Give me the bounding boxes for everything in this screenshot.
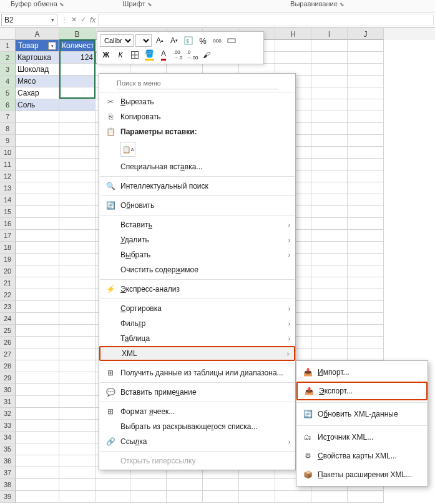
cell[interactable]: [348, 123, 384, 135]
cell[interactable]: [16, 147, 59, 159]
cell[interactable]: [16, 348, 59, 360]
refresh-item[interactable]: 🔄Обновить: [99, 198, 295, 213]
cell[interactable]: [311, 301, 348, 313]
cell[interactable]: [348, 159, 384, 170]
row-header[interactable]: 5: [0, 87, 16, 99]
cell[interactable]: [16, 360, 59, 372]
cell[interactable]: [16, 218, 59, 230]
filter-icon[interactable]: ▾: [48, 42, 56, 50]
name-box[interactable]: B2 ▾: [1, 14, 57, 26]
cell[interactable]: [16, 182, 59, 194]
smart-lookup-item[interactable]: 🔍Интеллектуальный поиск: [99, 179, 295, 194]
cell[interactable]: [59, 491, 95, 503]
pick-from-list-item[interactable]: Выбрать из раскрывающегося списка...: [99, 419, 295, 434]
cell[interactable]: [203, 491, 239, 503]
cell[interactable]: [348, 348, 384, 360]
cell[interactable]: [311, 159, 348, 170]
menu-search[interactable]: [117, 77, 278, 89]
cell[interactable]: [348, 230, 384, 242]
cell[interactable]: [311, 147, 348, 159]
font-size-select[interactable]: 11: [135, 34, 152, 47]
cell[interactable]: 124: [59, 52, 95, 64]
cell[interactable]: [16, 111, 59, 123]
format-painter-icon[interactable]: 🖌: [200, 49, 213, 61]
insert-item[interactable]: Вставить›: [99, 217, 295, 232]
row-header[interactable]: 38: [0, 479, 16, 491]
row-header[interactable]: 17: [0, 230, 16, 242]
cell[interactable]: [59, 135, 95, 147]
cell[interactable]: [311, 123, 348, 135]
cell[interactable]: [348, 182, 384, 194]
cell[interactable]: [311, 206, 348, 218]
xml-refresh-item[interactable]: 🔄Обновить XML-данные: [296, 405, 428, 423]
xml-map-properties-item[interactable]: ⚙Свойства карты XML...: [296, 447, 428, 465]
cell[interactable]: [311, 194, 348, 206]
xml-export-item[interactable]: 📤Экспорт...: [296, 382, 428, 400]
cell[interactable]: [348, 337, 384, 348]
cell[interactable]: [311, 135, 348, 147]
cell[interactable]: [167, 479, 203, 491]
cancel-icon[interactable]: ✕: [71, 16, 77, 24]
fill-color-icon[interactable]: 🪣: [143, 49, 155, 61]
cell[interactable]: Сахар: [16, 87, 59, 99]
cell[interactable]: [239, 491, 275, 503]
row-header[interactable]: 22: [0, 289, 16, 301]
row-header[interactable]: 4: [0, 76, 16, 87]
row-header[interactable]: 16: [0, 218, 16, 230]
col-header-h[interactable]: H: [275, 28, 311, 40]
row-header[interactable]: 33: [0, 420, 16, 432]
row-header[interactable]: 31: [0, 396, 16, 408]
cell[interactable]: [59, 194, 95, 206]
cell[interactable]: [311, 170, 348, 182]
cell[interactable]: [16, 455, 59, 467]
cell[interactable]: [16, 325, 59, 337]
increase-font-icon[interactable]: A▴: [154, 34, 166, 47]
cell[interactable]: [95, 491, 130, 503]
table-header-cell[interactable]: Количест▾: [59, 40, 95, 52]
cell[interactable]: [59, 242, 95, 254]
select-all-corner[interactable]: [0, 28, 16, 40]
cell[interactable]: [16, 194, 59, 206]
cell[interactable]: [311, 277, 348, 289]
cell[interactable]: [311, 230, 348, 242]
row-header[interactable]: 24: [0, 313, 16, 325]
cell[interactable]: [59, 420, 95, 432]
paste-default-icon[interactable]: 📋A: [120, 142, 135, 157]
row-header[interactable]: 13: [0, 182, 16, 194]
cell[interactable]: [348, 206, 384, 218]
cell[interactable]: [59, 479, 95, 491]
cell[interactable]: [311, 313, 348, 325]
cell[interactable]: [348, 325, 384, 337]
cell[interactable]: [16, 254, 59, 265]
borders-icon[interactable]: [129, 49, 141, 61]
cell[interactable]: [16, 479, 59, 491]
sort-item[interactable]: Сортировка›: [99, 301, 295, 316]
cell[interactable]: [16, 242, 59, 254]
italic-button[interactable]: К: [114, 49, 127, 61]
cell[interactable]: [311, 254, 348, 265]
cell[interactable]: [59, 360, 95, 372]
cell[interactable]: [59, 301, 95, 313]
decrease-font-icon[interactable]: A▾: [168, 34, 180, 47]
cell[interactable]: [16, 396, 59, 408]
cell[interactable]: [239, 479, 275, 491]
cell[interactable]: [59, 182, 95, 194]
row-header[interactable]: 23: [0, 301, 16, 313]
cell[interactable]: [311, 491, 348, 503]
confirm-icon[interactable]: ✓: [81, 16, 86, 24]
paste-special-item[interactable]: Специальная вставка...: [99, 159, 295, 174]
row-header[interactable]: 28: [0, 360, 16, 372]
quick-analysis-item[interactable]: ⚡Экспресс-анализ: [99, 282, 295, 297]
xml-source-item[interactable]: 🗂Источник XML...: [296, 428, 428, 447]
xml-expansion-packs-item[interactable]: 📦Пакеты расширения XML...: [296, 465, 428, 484]
cell[interactable]: [16, 230, 59, 242]
cell[interactable]: [311, 111, 348, 123]
row-header[interactable]: 15: [0, 206, 16, 218]
cell[interactable]: [348, 135, 384, 147]
row-header[interactable]: 18: [0, 242, 16, 254]
cell[interactable]: [59, 396, 95, 408]
table-item[interactable]: Таблица›: [99, 331, 295, 346]
cell[interactable]: [59, 87, 95, 99]
row-header[interactable]: 9: [0, 135, 16, 147]
col-header-b[interactable]: B: [59, 28, 95, 40]
